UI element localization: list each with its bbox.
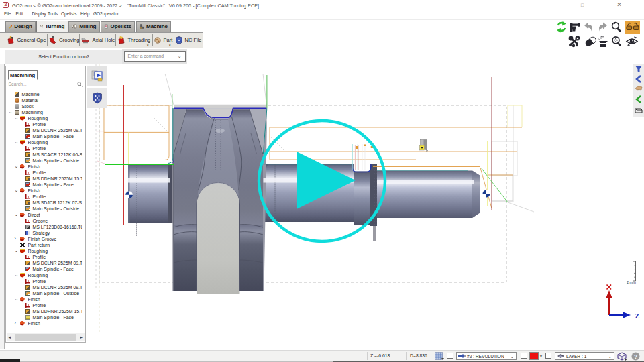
svg-text:2 mm: 2 mm: [627, 280, 636, 284]
svg-text:?: ?: [634, 353, 637, 359]
svg-text:Z: Z: [635, 312, 640, 320]
